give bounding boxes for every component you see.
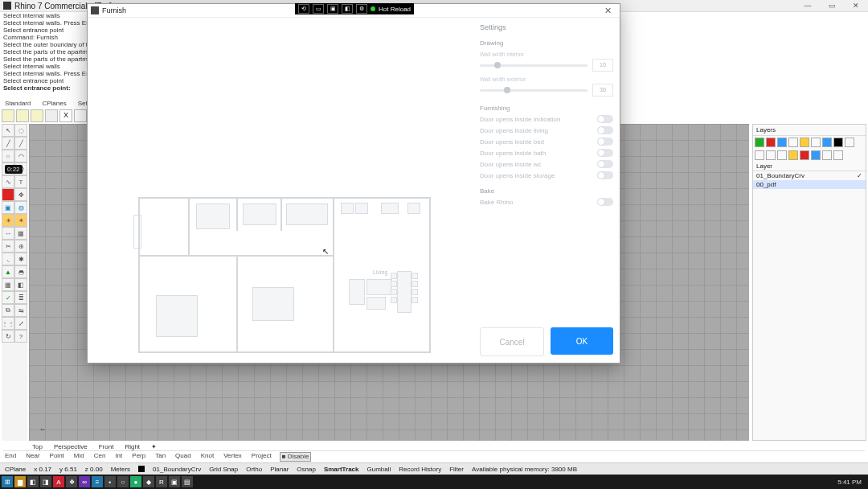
- polyline-tool-icon[interactable]: ╱: [14, 137, 27, 150]
- layer-down-icon[interactable]: [788, 138, 798, 147]
- help-tool-icon[interactable]: ?: [14, 330, 27, 343]
- taskbar-rhino-icon[interactable]: R: [156, 476, 167, 487]
- osnap-quad[interactable]: Quad: [174, 452, 193, 462]
- osnap-knot[interactable]: Knot: [199, 452, 215, 462]
- layer-more-icon[interactable]: [845, 138, 854, 147]
- layer-tool-icon[interactable]: ≣: [14, 291, 27, 304]
- layer-color-icon[interactable]: [800, 138, 809, 147]
- close-button[interactable]: ✕: [844, 0, 868, 11]
- layer-row[interactable]: 00_pdf: [753, 180, 866, 189]
- dialog-close-button[interactable]: ✕: [600, 6, 616, 16]
- trim-tool-icon[interactable]: ✂: [2, 240, 14, 253]
- view-tab-perspective[interactable]: Perspective: [51, 443, 91, 450]
- status-recordhistory[interactable]: Record History: [399, 466, 441, 473]
- layer-filter-icon[interactable]: [822, 138, 832, 147]
- toggle-switch[interactable]: [597, 149, 613, 157]
- circle-tool-icon[interactable]: ○: [2, 150, 14, 162]
- hr-icon[interactable]: ⚙: [356, 4, 367, 14]
- status-osnap[interactable]: Osnap: [297, 466, 316, 473]
- render-tool-icon[interactable]: ◓: [14, 265, 27, 278]
- taskbar-app-icon[interactable]: ▣: [169, 476, 180, 487]
- move-tool-icon[interactable]: ✥: [14, 188, 27, 201]
- pointer-tool-icon[interactable]: ↖: [2, 124, 14, 137]
- box-tool-icon[interactable]: ▣: [2, 201, 14, 214]
- taskbar-spotify-icon[interactable]: ●: [130, 476, 141, 487]
- taskbar-vs-icon[interactable]: ∞: [79, 476, 90, 487]
- slider-knob-icon[interactable]: [494, 62, 501, 68]
- taskbar-app-icon[interactable]: A: [53, 476, 64, 487]
- osnap-cen[interactable]: Cen: [92, 452, 108, 462]
- array-tool-icon[interactable]: ⋮⋮: [2, 317, 14, 330]
- osnap-perp[interactable]: Perp: [130, 452, 147, 462]
- toggle-switch[interactable]: [597, 138, 613, 146]
- layer-tool-g-icon[interactable]: [822, 150, 832, 160]
- wall-interior-slider[interactable]: [480, 64, 588, 67]
- taskbar-app-icon[interactable]: ○: [117, 476, 129, 487]
- view-tab-top[interactable]: Top: [29, 443, 46, 450]
- hr-icon[interactable]: ▭: [313, 4, 324, 14]
- status-smarttrack[interactable]: SmartTrack: [324, 466, 359, 473]
- view-tab-add[interactable]: ✦: [148, 443, 160, 450]
- toggle-switch[interactable]: [597, 126, 613, 134]
- layer-tool-c-icon[interactable]: [777, 150, 787, 160]
- wall-exterior-slider[interactable]: [480, 89, 588, 92]
- curve-tool-icon[interactable]: ∿: [2, 175, 14, 188]
- wall-exterior-value[interactable]: 30: [592, 84, 613, 97]
- line-tool-icon[interactable]: ╱: [2, 137, 14, 150]
- taskbar-app-icon[interactable]: ◧: [27, 476, 39, 487]
- taskbar-app-icon[interactable]: ◆: [143, 476, 154, 487]
- layer-delete-icon[interactable]: [766, 138, 776, 147]
- check-tool-icon[interactable]: ✓: [2, 291, 14, 304]
- status-planar[interactable]: Planar: [270, 466, 289, 473]
- save-file-icon[interactable]: [31, 109, 43, 122]
- wall-interior-value[interactable]: 10: [592, 59, 613, 72]
- layer-up-icon[interactable]: [777, 138, 787, 147]
- taskbar-explorer-icon[interactable]: ▆: [14, 476, 26, 487]
- text-tool-icon[interactable]: T: [14, 175, 27, 188]
- rotate-tool-icon[interactable]: ↻: [2, 330, 14, 343]
- camera-tool-icon[interactable]: ◧: [14, 278, 27, 291]
- osnap-project[interactable]: Project: [250, 452, 273, 462]
- new-file-icon[interactable]: [2, 109, 14, 122]
- cylinder-tool-icon[interactable]: ◍: [14, 201, 27, 214]
- open-file-icon[interactable]: [16, 109, 29, 122]
- tab-standard[interactable]: Standard: [3, 100, 32, 109]
- status-layer[interactable]: 01_BoundaryCrv: [153, 466, 201, 473]
- layer-tool-a-icon[interactable]: [755, 150, 764, 160]
- status-ortho[interactable]: Ortho: [246, 466, 262, 473]
- paste-icon[interactable]: [74, 109, 87, 122]
- taskbar-terminal-icon[interactable]: ▪: [104, 476, 116, 487]
- layer-tool-b-icon[interactable]: [766, 150, 776, 160]
- light-tool-icon[interactable]: ✶: [14, 214, 27, 227]
- osnap-mid[interactable]: Mid: [72, 452, 86, 462]
- taskbar-app-icon[interactable]: ◨: [40, 476, 51, 487]
- toggle-switch[interactable]: [597, 115, 613, 123]
- taskbar-vscode-icon[interactable]: ≡: [92, 476, 103, 487]
- osnap-near[interactable]: Near: [24, 452, 41, 462]
- fillet-tool-icon[interactable]: ◟: [2, 253, 14, 265]
- osnap-disable[interactable]: ■ Disable: [280, 452, 312, 462]
- status-gridsnap[interactable]: Grid Snap: [209, 466, 238, 473]
- osnap-tan[interactable]: Tan: [154, 452, 167, 462]
- status-filter[interactable]: Filter: [449, 466, 464, 473]
- hatch-tool-icon[interactable]: ▦: [14, 227, 27, 240]
- osnap-int[interactable]: Int: [113, 452, 124, 462]
- taskbar-app-icon[interactable]: ❖: [66, 476, 77, 487]
- hr-icon[interactable]: ⟲: [298, 4, 309, 14]
- start-button-icon[interactable]: ⊞: [2, 476, 13, 487]
- join-tool-icon[interactable]: ⊕: [14, 240, 27, 253]
- stop-tool-icon[interactable]: [2, 188, 14, 201]
- taskbar-clock[interactable]: 5:41 PM: [837, 479, 866, 486]
- hr-icon[interactable]: ◧: [342, 4, 353, 14]
- lasso-tool-icon[interactable]: ◌: [14, 124, 27, 137]
- tab-cplanes[interactable]: CPlanes: [40, 100, 68, 109]
- ok-button[interactable]: OK: [551, 327, 613, 355]
- cut-icon[interactable]: X: [59, 109, 72, 122]
- sun-tool-icon[interactable]: ☀: [2, 214, 14, 227]
- status-gumball[interactable]: Gumball: [366, 466, 391, 473]
- explode-tool-icon[interactable]: ✱: [14, 253, 27, 265]
- layer-new-icon[interactable]: [755, 138, 764, 147]
- osnap-point[interactable]: Point: [48, 452, 66, 462]
- cancel-button[interactable]: Cancel: [480, 327, 544, 356]
- mesh-tool-icon[interactable]: ▲: [2, 265, 14, 278]
